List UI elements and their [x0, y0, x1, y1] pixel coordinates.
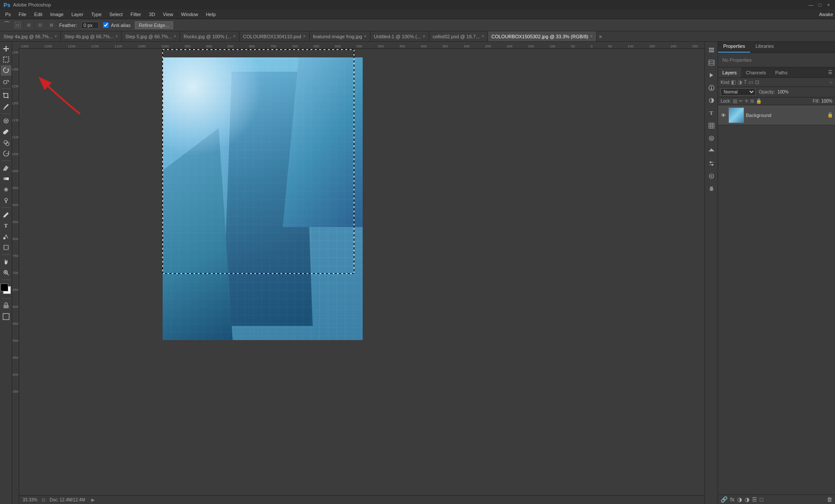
tool-hand[interactable]	[1, 257, 11, 267]
layer-row-background[interactable]: 👁 Background 🔒	[718, 105, 835, 125]
tool-lasso[interactable]	[1, 65, 11, 76]
color-panel-icon[interactable]	[706, 95, 717, 106]
paths-tab[interactable]: Paths	[771, 67, 792, 77]
tool-quick-select[interactable]	[1, 76, 11, 87]
tool-eyedropper[interactable]	[1, 101, 11, 112]
effects-icon[interactable]	[706, 170, 717, 182]
selection-mode-add[interactable]: ⊞	[25, 22, 32, 28]
zoom-icon[interactable]: ⊡	[42, 497, 45, 502]
tab-close-frog[interactable]: ×	[364, 34, 367, 39]
menu-window[interactable]: Window	[177, 11, 201, 18]
refine-edge-button[interactable]: Refine Edge...	[135, 21, 173, 29]
table-panel-icon[interactable]	[706, 120, 717, 131]
menu-layer[interactable]: Layer	[68, 11, 87, 18]
tab-colourbox1304[interactable]: COLOURBOX1304110.psd ×	[240, 31, 310, 42]
selection-mode-sub[interactable]: ⊟	[37, 22, 43, 28]
tool-shape[interactable]	[1, 242, 11, 253]
menu-view[interactable]: View	[160, 11, 177, 18]
filter-type-icon[interactable]: T	[744, 79, 747, 85]
tool-path-select[interactable]	[1, 231, 11, 242]
maximize-button[interactable]: □	[817, 2, 823, 8]
adjustment-layer-icon[interactable]: ◑	[745, 496, 749, 503]
channels-icon[interactable]	[706, 57, 717, 68]
tool-zoom[interactable]	[1, 267, 11, 278]
play-action-icon[interactable]	[706, 70, 717, 81]
tool-history-brush[interactable]	[1, 148, 11, 159]
tab-close-untitled[interactable]: ×	[423, 34, 425, 39]
text-panel-icon[interactable]: T	[706, 107, 717, 119]
tool-healing[interactable]	[1, 116, 11, 126]
menu-type[interactable]: Type	[88, 11, 105, 18]
delete-layer-icon[interactable]: 🗑	[827, 496, 832, 503]
tool-gradient[interactable]	[1, 174, 11, 184]
tab-cellist[interactable]: cellist02.psd @ 16.7... ×	[429, 31, 488, 42]
tab-close-step4a[interactable]: ×	[54, 34, 57, 39]
layer-visibility-toggle[interactable]: 👁	[720, 112, 727, 119]
tab-untitled[interactable]: Untitled-1 @ 100% (... ×	[371, 31, 429, 42]
menu-image[interactable]: Image	[47, 11, 67, 18]
tab-close-cellist[interactable]: ×	[481, 34, 484, 39]
align-icon[interactable]	[706, 145, 717, 157]
layers-panel-menu[interactable]: ☰	[825, 70, 835, 75]
filter-smart-icon[interactable]: ⊡	[755, 79, 759, 85]
tool-blur[interactable]	[1, 184, 11, 195]
smart-object-icon[interactable]	[706, 133, 717, 144]
tool-crop[interactable]	[1, 90, 11, 101]
new-layer-icon[interactable]: □	[760, 496, 763, 503]
tool-brush[interactable]	[1, 127, 11, 137]
feather-input[interactable]	[81, 22, 99, 29]
canvas-viewport[interactable]: Polygonal Lasso Tool	[19, 49, 705, 504]
tool-pen[interactable]	[1, 210, 11, 220]
tab-step5[interactable]: Step 5.jpg @ 66.7%... ×	[122, 31, 180, 42]
tab-rocks[interactable]: Rocks.jpg @ 100% (... ×	[180, 31, 239, 42]
tab-libraries[interactable]: Libraries	[750, 42, 779, 53]
selection-mode-int[interactable]: ⊠	[48, 22, 55, 28]
antialias-checkbox[interactable]	[103, 22, 109, 28]
layers-tab[interactable]: Layers	[718, 67, 741, 77]
layers-panel-icon[interactable]	[706, 44, 717, 56]
tab-close-step4b[interactable]: ×	[115, 34, 118, 39]
filter-shape-icon[interactable]: ▭	[748, 79, 753, 85]
tool-eraser[interactable]	[1, 163, 11, 173]
menu-help[interactable]: Help	[202, 11, 219, 18]
menu-3d[interactable]: 3D	[146, 11, 159, 18]
filter-toggle[interactable]: ○	[829, 80, 832, 85]
tab-frog[interactable]: featured image frog.jpg ×	[310, 31, 371, 42]
layer-mask-icon[interactable]: ◑	[737, 496, 742, 503]
tab-properties[interactable]: Properties	[718, 42, 750, 53]
tab-step4b[interactable]: Step 4b.jpg @ 66.7%... ×	[61, 31, 122, 42]
tool-type[interactable]: T	[1, 220, 11, 231]
tool-dodge[interactable]	[1, 195, 11, 206]
tool-quickmask[interactable]	[1, 300, 11, 311]
close-button[interactable]: ×	[825, 2, 832, 8]
link-layers-icon[interactable]: 🔗	[721, 496, 728, 503]
minimize-button[interactable]: —	[808, 2, 814, 8]
color-swatches[interactable]	[0, 284, 12, 295]
lock-transparency-icon[interactable]: ▨	[733, 98, 737, 104]
adjust-icon[interactable]	[706, 158, 717, 169]
selection-mode-new[interactable]: □	[15, 22, 21, 28]
menu-ps[interactable]: Ps	[2, 11, 14, 18]
channels-tab[interactable]: Channels	[741, 67, 771, 77]
filter-adjustment-icon[interactable]: ◑	[738, 79, 742, 85]
tab-close-colourbox1505[interactable]: ×	[590, 34, 593, 39]
tab-close-step5[interactable]: ×	[174, 34, 176, 39]
menu-filter[interactable]: Filter	[127, 11, 144, 18]
menu-edit[interactable]: Edit	[31, 11, 46, 18]
blend-mode-dropdown[interactable]: Normal Multiply Screen	[721, 88, 755, 96]
lock-artboard-icon[interactable]: ⊞	[750, 98, 754, 104]
foreground-color-swatch[interactable]	[0, 284, 8, 291]
layer-style-icon[interactable]: fx	[730, 496, 735, 503]
menu-select[interactable]: Select	[106, 11, 127, 18]
menu-file[interactable]: File	[15, 11, 30, 18]
info-panel-icon[interactable]	[706, 82, 717, 93]
lock-brush-icon[interactable]: ✏	[739, 98, 743, 104]
tab-overflow[interactable]: »	[597, 33, 605, 40]
lock-position-icon[interactable]: ✛	[745, 98, 748, 104]
tool-marquee[interactable]	[1, 54, 11, 65]
document-canvas[interactable]	[163, 57, 363, 340]
filter-pixel-icon[interactable]: ◧	[731, 79, 736, 85]
lock-all-icon[interactable]: 🔒	[756, 98, 762, 104]
expand-icon[interactable]: ▶	[91, 497, 95, 502]
plugins-icon[interactable]	[706, 183, 717, 194]
